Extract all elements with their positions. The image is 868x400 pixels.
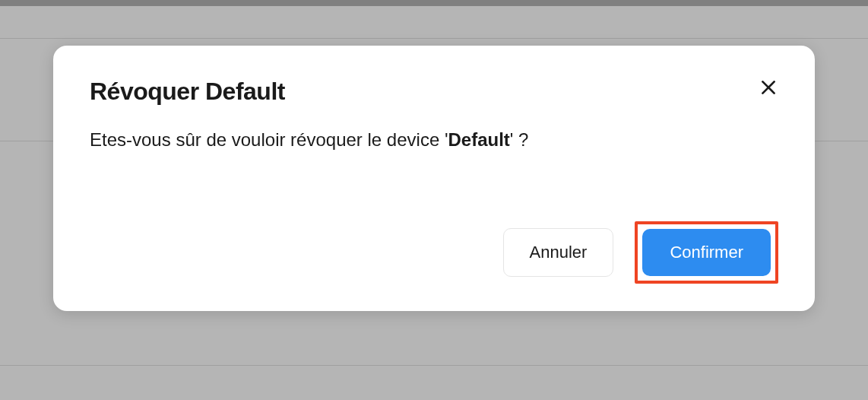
confirm-button-highlight: Confirmer <box>635 221 778 284</box>
background-line <box>0 365 868 366</box>
dialog-message-suffix: ' ? <box>510 129 529 150</box>
top-bar <box>0 0 868 6</box>
confirm-button[interactable]: Confirmer <box>642 229 771 276</box>
dialog-device-name: Default <box>448 129 509 150</box>
close-icon <box>759 78 778 100</box>
close-button[interactable] <box>756 75 781 103</box>
dialog-body: Etes-vous sûr de vouloir révoquer le dev… <box>90 127 778 153</box>
dialog-title: Révoquer Default <box>90 78 285 106</box>
dialog-footer: Annuler Confirmer <box>90 221 778 284</box>
confirm-dialog: Révoquer Default Etes-vous sûr de vouloi… <box>53 46 815 311</box>
dialog-header: Révoquer Default <box>90 78 778 106</box>
background-line <box>0 38 868 39</box>
dialog-message-prefix: Etes-vous sûr de vouloir révoquer le dev… <box>90 129 448 150</box>
cancel-button[interactable]: Annuler <box>503 228 614 277</box>
